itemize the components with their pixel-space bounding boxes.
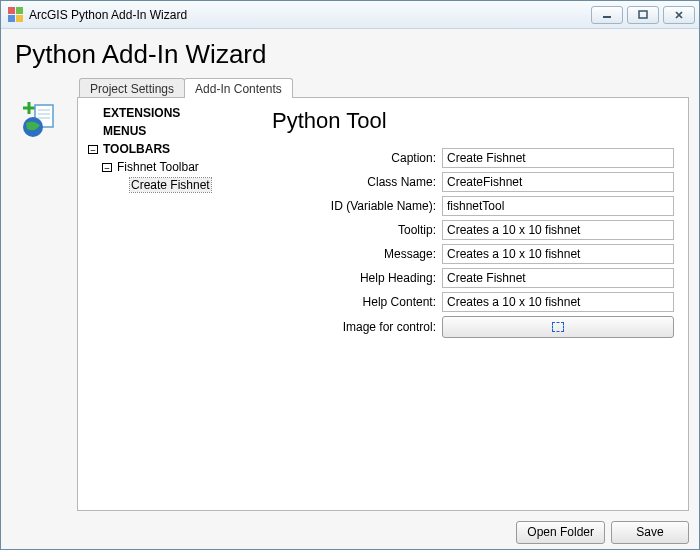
image-label: Image for control:	[272, 320, 442, 334]
tabstrip: Project Settings Add-In Contents	[77, 76, 689, 98]
maximize-button[interactable]	[627, 6, 659, 24]
caption-field[interactable]	[442, 148, 674, 168]
new-addin-button[interactable]	[16, 94, 64, 142]
classname-field[interactable]	[442, 172, 674, 192]
tab-panel: EXTENSIONS MENUS − TOOLBARS	[77, 97, 689, 511]
id-field[interactable]	[442, 196, 674, 216]
form: Python Tool Caption: Class Name: ID (Var…	[258, 98, 688, 510]
message-label: Message:	[272, 247, 442, 261]
toolstrip	[11, 76, 69, 511]
tree-create-fishnet[interactable]: Create Fishnet	[84, 176, 258, 194]
tree-menus[interactable]: MENUS	[84, 122, 258, 140]
minimize-icon	[602, 10, 612, 20]
tooltip-field[interactable]	[442, 220, 674, 240]
tooltip-label: Tooltip:	[272, 223, 442, 237]
tab-addin-contents[interactable]: Add-In Contents	[184, 78, 293, 98]
form-title: Python Tool	[272, 108, 674, 134]
svg-rect-1	[639, 11, 647, 18]
new-addin-icon	[19, 97, 61, 139]
tree: EXTENSIONS MENUS − TOOLBARS	[78, 98, 258, 510]
helpheading-label: Help Heading:	[272, 271, 442, 285]
classname-label: Class Name:	[272, 175, 442, 189]
titlebar: ArcGIS Python Add-In Wizard	[1, 1, 699, 29]
id-label: ID (Variable Name):	[272, 199, 442, 213]
tree-extensions[interactable]: EXTENSIONS	[84, 104, 258, 122]
tabs-area: Project Settings Add-In Contents EXTENSI…	[77, 76, 689, 511]
maximize-icon	[638, 10, 648, 20]
helpheading-field[interactable]	[442, 268, 674, 288]
page-title: Python Add-In Wizard	[1, 29, 699, 76]
window-buttons	[591, 6, 695, 24]
window: ArcGIS Python Add-In Wizard Python Add-I…	[0, 0, 700, 550]
tab-project-settings[interactable]: Project Settings	[79, 78, 185, 98]
tree-toolbars[interactable]: − TOOLBARS	[84, 140, 258, 158]
footer: Open Folder Save	[1, 515, 699, 549]
image-picker-button[interactable]	[442, 316, 674, 338]
tree-fishnet-toolbar[interactable]: − Fishnet Toolbar	[84, 158, 258, 176]
helpcontent-field[interactable]	[442, 292, 674, 312]
close-icon	[674, 10, 684, 20]
helpcontent-label: Help Content:	[272, 295, 442, 309]
minimize-button[interactable]	[591, 6, 623, 24]
caption-label: Caption:	[272, 151, 442, 165]
close-button[interactable]	[663, 6, 695, 24]
main-row: Project Settings Add-In Contents EXTENSI…	[1, 76, 699, 515]
image-placeholder-icon	[552, 322, 564, 332]
collapse-icon[interactable]: −	[88, 145, 98, 154]
client-area: Python Add-In Wizard	[1, 29, 699, 549]
window-title: ArcGIS Python Add-In Wizard	[29, 8, 591, 22]
app-icon	[7, 7, 23, 23]
open-folder-button[interactable]: Open Folder	[516, 521, 605, 544]
save-button[interactable]: Save	[611, 521, 689, 544]
collapse-icon[interactable]: −	[102, 163, 112, 172]
message-field[interactable]	[442, 244, 674, 264]
